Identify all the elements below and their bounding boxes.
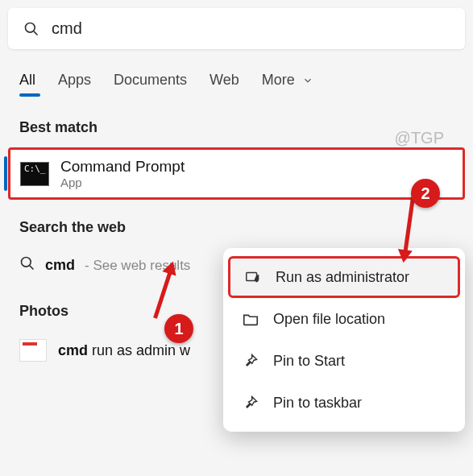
menu-item-label: Pin to taskbar <box>273 395 362 412</box>
watermark-text: @TGP <box>395 129 444 147</box>
photo-result-bold: cmd <box>58 342 88 358</box>
photo-thumbnail-icon <box>19 339 47 362</box>
best-match-text: Command Prompt App <box>60 158 185 189</box>
menu-pin-to-taskbar[interactable]: Pin to taskbar <box>223 382 465 424</box>
menu-run-as-administrator[interactable]: Run as administrator <box>228 256 460 298</box>
menu-item-label: Run as administrator <box>276 269 409 286</box>
tab-web[interactable]: Web <box>210 72 239 93</box>
annotation-badge-2: 2 <box>411 179 440 208</box>
svg-line-1 <box>34 31 38 35</box>
menu-open-file-location[interactable]: Open file location <box>223 298 465 340</box>
command-prompt-icon: C:\_ <box>20 162 49 186</box>
pin-icon <box>241 393 260 412</box>
folder-icon <box>241 309 260 329</box>
best-match-result[interactable]: C:\_ Command Prompt App <box>8 147 465 200</box>
chevron-down-icon <box>302 75 313 86</box>
section-search-web-label: Search the web <box>0 200 473 247</box>
admin-shield-icon <box>243 267 263 287</box>
svg-point-2 <box>22 258 31 267</box>
menu-item-label: Pin to Start <box>273 353 345 370</box>
tab-more[interactable]: More <box>262 72 313 93</box>
tab-documents[interactable]: Documents <box>114 72 187 93</box>
best-match-subtitle: App <box>60 176 185 189</box>
web-result-query: cmd <box>45 257 75 274</box>
tab-apps[interactable]: Apps <box>58 72 91 93</box>
pin-icon <box>241 351 260 370</box>
menu-pin-to-start[interactable]: Pin to Start <box>223 340 465 382</box>
svg-line-3 <box>30 266 34 270</box>
tab-more-label: More <box>262 72 295 88</box>
menu-item-label: Open file location <box>273 311 385 328</box>
search-input[interactable] <box>52 19 450 38</box>
annotation-badge-1: 1 <box>164 314 193 343</box>
context-menu: Run as administrator Open file location … <box>223 248 465 432</box>
filter-tabs: All Apps Documents Web More <box>0 49 473 100</box>
photo-result-rest: run as admin w <box>88 342 190 358</box>
search-icon <box>19 255 35 275</box>
search-icon <box>23 20 40 38</box>
svg-point-0 <box>26 23 35 32</box>
tab-all[interactable]: All <box>19 72 35 93</box>
best-match-title: Command Prompt <box>60 158 185 176</box>
search-bar <box>8 8 465 49</box>
